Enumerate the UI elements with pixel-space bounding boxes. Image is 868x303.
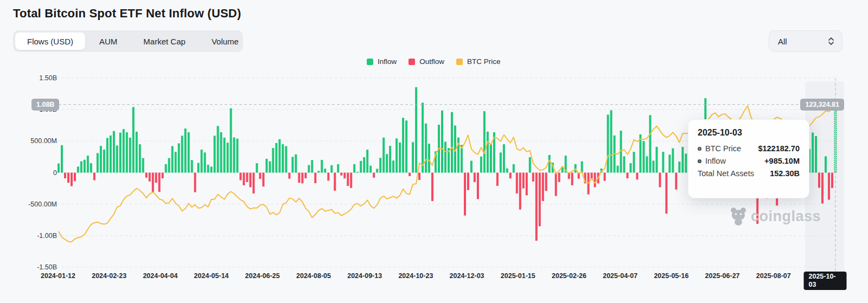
x-tick-label: 2024-01-12 xyxy=(33,272,83,280)
x-tick-label: 2024-02-23 xyxy=(84,272,134,280)
y-tick-label: 500.00M xyxy=(14,137,57,145)
tooltip-row-total-net-assets: Total Net Assets 152.30B xyxy=(698,169,800,178)
y-tick-label: 0 xyxy=(14,169,57,177)
tooltip-total-net-assets-value: 152.30B xyxy=(770,169,800,178)
y-tick-label: -1.00B xyxy=(14,232,57,240)
x-tick-label: 2025-08-07 xyxy=(749,272,799,280)
btc-price-dot-icon xyxy=(698,147,701,151)
crosshair-right-value-badge: 123,324.81 xyxy=(800,99,844,111)
x-tick-label: 2025-02-26 xyxy=(544,272,594,280)
y-tick-label: -500.00M xyxy=(14,201,57,208)
x-tick-label: 2024-10-23 xyxy=(391,272,441,280)
x-tick-label: 2024-05-14 xyxy=(187,272,237,280)
x-tick-label: 2024-08-05 xyxy=(289,272,339,280)
chart-tooltip: 2025-10-03 BTC Price $122182.70 Inflow +… xyxy=(688,119,809,198)
coinglass-watermark: coinglass xyxy=(729,207,821,226)
inflow-dot-icon xyxy=(698,159,701,163)
x-tick-label: 2024-12-03 xyxy=(442,272,492,280)
y-tick-label: 1.50B xyxy=(14,74,57,82)
x-tick-label: 2024-06-25 xyxy=(238,272,288,280)
x-tick-label: 2025-04-07 xyxy=(595,272,645,280)
coinglass-bear-icon xyxy=(729,207,748,226)
tooltip-date: 2025-10-03 xyxy=(698,128,800,138)
x-tick-label: 2025-01-15 xyxy=(493,272,543,280)
crosshair-left-value-badge: 1.08B xyxy=(31,99,59,111)
tooltip-row-btc-price: BTC Price $122182.70 xyxy=(698,144,800,153)
x-tick-label: 2025-05-16 xyxy=(646,272,696,280)
watermark-label: coinglass xyxy=(751,208,821,225)
tooltip-inflow-value: +985.10M xyxy=(764,157,800,165)
x-tick-label: 2024-04-04 xyxy=(135,272,185,280)
x-tick-label: 2025-06-27 xyxy=(698,272,748,280)
x-tick-label: 2024-09-13 xyxy=(340,272,390,280)
crosshair-date-badge: 2025-10-03 xyxy=(804,272,847,290)
y-tick-label: -1.50B xyxy=(14,263,57,271)
etf-flow-dashboard: Total Bitcoin Spot ETF Net Inflow (USD) … xyxy=(0,0,868,303)
tooltip-row-inflow: Inflow +985.10M xyxy=(698,157,800,165)
tooltip-btc-price-value: $122182.70 xyxy=(758,144,800,153)
